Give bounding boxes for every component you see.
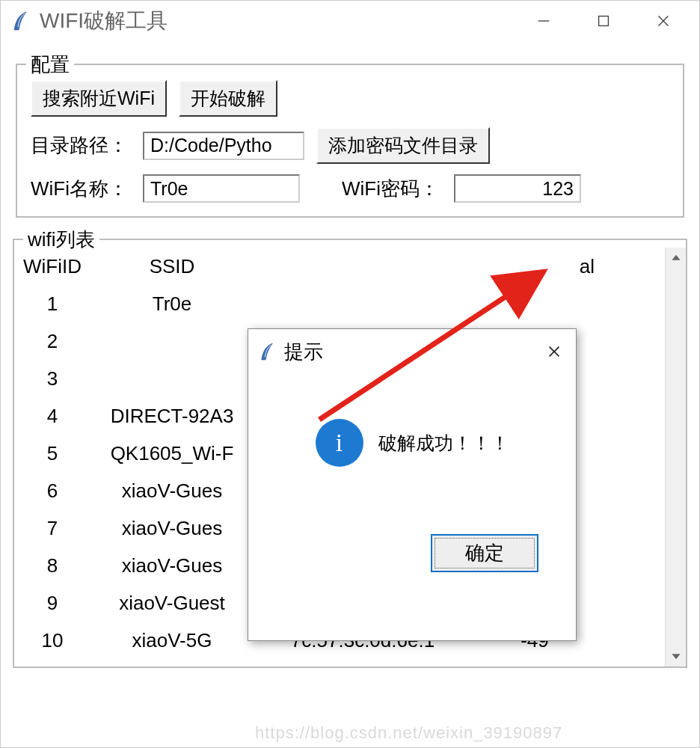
dialog-title: 提示 [284, 339, 543, 365]
close-button[interactable] [648, 6, 678, 36]
cell-id: 8 [19, 554, 86, 577]
table-header-row: WiFiID SSID al [19, 248, 660, 285]
dialog-close-button[interactable] [543, 340, 565, 363]
main-window: WIFI破解工具 配置 搜索附近WiFi 开始破解 目录路径： 添加密码文件目录… [0, 0, 700, 748]
dialog-app-icon [259, 342, 275, 361]
cell-ssid: xiaoV-Gues [86, 479, 258, 503]
vertical-scrollbar[interactable] [665, 248, 686, 666]
app-icon [11, 10, 29, 31]
cell-ssid: DIRECT-92A3 [86, 405, 258, 428]
cell-id: 7 [19, 517, 86, 540]
config-group: 配置 搜索附近WiFi 开始破解 目录路径： 添加密码文件目录 WiFi名称： … [16, 64, 684, 218]
cell-ssid: xiaoV-Guest [86, 592, 258, 615]
start-crack-button[interactable]: 开始破解 [179, 80, 277, 117]
dialog-message: 破解成功！！！ [378, 431, 509, 456]
wifi-name-input[interactable] [143, 174, 300, 203]
table-row[interactable]: 1Tr0e [19, 285, 660, 322]
path-input[interactable] [143, 132, 304, 160]
maximize-button[interactable] [589, 6, 618, 36]
header-id: WiFiID [19, 255, 86, 278]
cell-ssid: xiaoV-Gues [86, 517, 258, 540]
dialog-titlebar: 提示 [248, 329, 576, 374]
path-label: 目录路径： [31, 132, 128, 159]
titlebar: WIFI破解工具 [1, 1, 699, 41]
scroll-down-icon[interactable] [666, 646, 686, 666]
header-ssid: SSID [86, 255, 258, 278]
window-controls [529, 6, 693, 36]
dialog-ok-button[interactable]: 确定 [431, 534, 538, 572]
cell-id: 4 [19, 405, 86, 428]
wifi-list-group-label: wifi列表 [23, 227, 99, 253]
cell-id: 10 [19, 629, 86, 652]
info-icon: i [316, 419, 363, 467]
cell-ssid: xiaoV-5G [86, 629, 258, 652]
cell-id: 6 [19, 479, 86, 503]
header-signal: al [467, 255, 602, 278]
cell-id: 1 [19, 292, 86, 316]
search-wifi-button[interactable]: 搜索附近WiFi [31, 80, 167, 117]
wifi-password-input[interactable] [454, 174, 581, 203]
minimize-button[interactable] [529, 6, 559, 36]
wifi-name-label: WiFi名称： [31, 176, 128, 202]
message-dialog: 提示 i 破解成功！！！ 确定 [248, 328, 577, 641]
add-dict-dir-button[interactable]: 添加密码文件目录 [316, 127, 490, 164]
wifi-password-label: WiFi密码： [342, 176, 439, 202]
config-group-label: 配置 [26, 52, 74, 78]
svg-rect-1 [599, 16, 609, 26]
cell-id: 5 [19, 442, 86, 465]
cell-id: 3 [19, 367, 86, 390]
cell-id: 9 [19, 592, 86, 615]
cell-ssid: Tr0e [86, 292, 258, 316]
window-title: WIFI破解工具 [40, 7, 529, 35]
cell-ssid: QK1605_Wi-F [86, 442, 258, 465]
cell-id: 2 [19, 330, 86, 353]
watermark-text: https://blog.csdn.net/weixin_39190897 [255, 723, 562, 743]
cell-ssid: xiaoV-Gues [86, 554, 258, 577]
scroll-up-icon[interactable] [666, 248, 686, 269]
